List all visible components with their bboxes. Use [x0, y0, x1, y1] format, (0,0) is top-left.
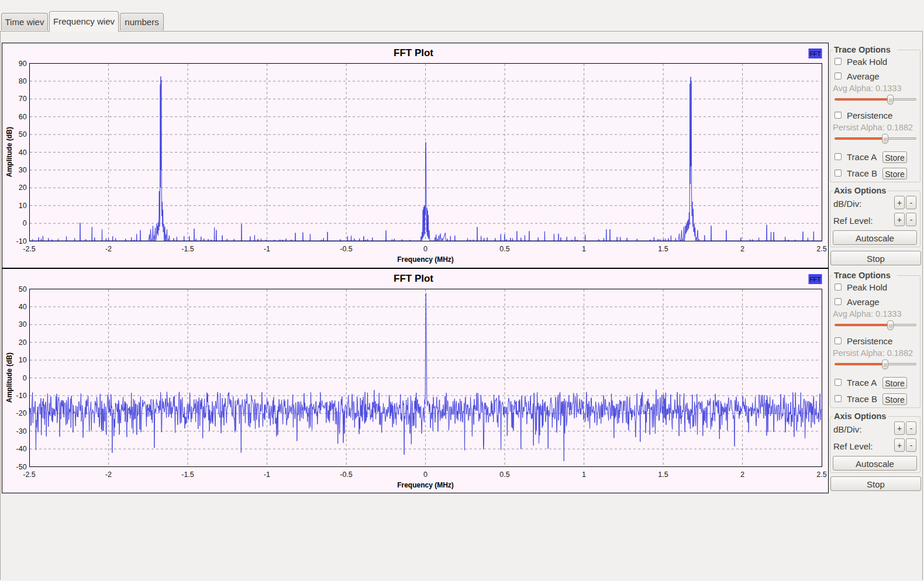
- svg-text:-1.5: -1.5: [181, 245, 194, 253]
- svg-text:50: 50: [19, 130, 27, 139]
- svg-text:FFT: FFT: [809, 50, 821, 57]
- svg-text:FFT Plot: FFT Plot: [394, 47, 433, 58]
- svg-text:70: 70: [19, 95, 27, 103]
- svg-text:-1.5: -1.5: [181, 471, 194, 479]
- svg-text:30: 30: [19, 166, 27, 174]
- svg-text:-2.5: -2.5: [23, 245, 36, 253]
- svg-text:2.5: 2.5: [816, 471, 826, 479]
- svg-text:0: 0: [23, 374, 27, 382]
- svg-text:2: 2: [740, 471, 744, 479]
- svg-text:80: 80: [19, 77, 27, 85]
- svg-text:10: 10: [19, 356, 27, 364]
- svg-text:0: 0: [423, 471, 427, 479]
- svg-text:50: 50: [19, 285, 27, 293]
- svg-text:1.5: 1.5: [658, 245, 668, 253]
- svg-text:FFT Plot: FFT Plot: [394, 273, 433, 284]
- svg-text:1: 1: [582, 471, 586, 479]
- svg-text:Frequency (MHz): Frequency (MHz): [397, 481, 454, 489]
- svg-text:-1: -1: [264, 471, 270, 479]
- svg-text:1.5: 1.5: [658, 471, 668, 479]
- svg-text:40: 40: [19, 148, 27, 157]
- svg-text:10: 10: [19, 202, 27, 210]
- svg-text:-0.5: -0.5: [340, 471, 353, 479]
- svg-text:FFT: FFT: [809, 276, 821, 283]
- svg-text:-2: -2: [105, 471, 112, 479]
- svg-text:-0.5: -0.5: [340, 245, 353, 253]
- svg-text:20: 20: [19, 184, 27, 192]
- svg-text:Amplitude (dB): Amplitude (dB): [5, 352, 13, 403]
- svg-text:Frequency (MHz): Frequency (MHz): [397, 255, 454, 264]
- svg-text:90: 90: [19, 60, 27, 68]
- svg-text:-2.5: -2.5: [23, 471, 36, 479]
- svg-text:0.5: 0.5: [499, 471, 509, 479]
- svg-text:-40: -40: [16, 445, 27, 453]
- svg-text:-50: -50: [16, 463, 27, 471]
- svg-text:-30: -30: [16, 427, 27, 435]
- svg-text:0: 0: [23, 219, 27, 227]
- svg-text:-20: -20: [16, 409, 27, 417]
- svg-text:2: 2: [740, 245, 744, 253]
- svg-text:0.5: 0.5: [499, 245, 509, 253]
- svg-text:30: 30: [19, 320, 27, 328]
- svg-text:60: 60: [19, 113, 27, 121]
- svg-text:-1: -1: [264, 245, 270, 253]
- svg-text:2.5: 2.5: [816, 245, 826, 253]
- svg-text:-2: -2: [105, 245, 112, 253]
- svg-text:1: 1: [582, 245, 586, 253]
- svg-text:20: 20: [19, 338, 27, 347]
- svg-text:40: 40: [19, 303, 27, 311]
- svg-text:-10: -10: [16, 392, 27, 400]
- svg-text:-10: -10: [16, 237, 27, 245]
- svg-text:Amplitude (dB): Amplitude (dB): [5, 127, 13, 177]
- svg-text:0: 0: [423, 245, 427, 253]
